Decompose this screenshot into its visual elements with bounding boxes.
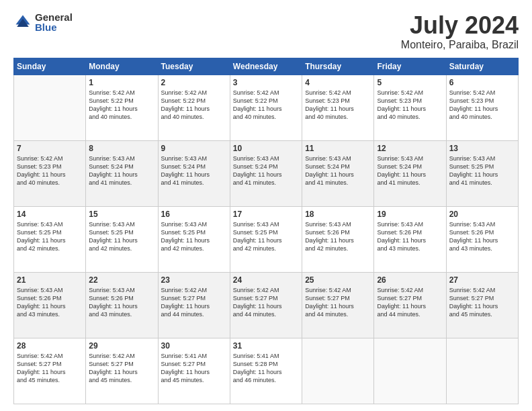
day-info: Sunrise: 5:43 AM Sunset: 5:25 PM Dayligh… [161,220,227,253]
day-number: 26 [377,275,443,285]
calendar-cell [374,338,446,404]
day-info: Sunrise: 5:43 AM Sunset: 5:25 PM Dayligh… [89,220,154,253]
title-block: July 2024 Monteiro, Paraiba, Brazil [401,12,519,51]
day-number: 22 [89,275,154,285]
calendar-header-wednesday: Wednesday [230,58,302,75]
calendar-week-row: 1Sunrise: 5:42 AM Sunset: 5:22 PM Daylig… [14,75,519,140]
calendar-cell: 17Sunrise: 5:43 AM Sunset: 5:25 PM Dayli… [230,206,302,272]
day-info: Sunrise: 5:43 AM Sunset: 5:26 PM Dayligh… [449,220,515,253]
location-title: Monteiro, Paraiba, Brazil [401,39,519,51]
day-info: Sunrise: 5:43 AM Sunset: 5:26 PM Dayligh… [305,220,371,253]
day-number: 14 [17,210,83,219]
day-number: 11 [305,144,371,153]
day-info: Sunrise: 5:42 AM Sunset: 5:22 PM Dayligh… [161,89,227,122]
calendar-header-row: SundayMondayTuesdayWednesdayThursdayFrid… [14,58,519,75]
calendar-cell: 11Sunrise: 5:43 AM Sunset: 5:24 PM Dayli… [302,140,374,206]
page: General Blue July 2024 Monteiro, Paraiba… [0,0,532,411]
calendar-cell: 6Sunrise: 5:42 AM Sunset: 5:23 PM Daylig… [446,75,518,140]
calendar-cell: 23Sunrise: 5:42 AM Sunset: 5:27 PM Dayli… [158,272,230,338]
calendar-table: SundayMondayTuesdayWednesdayThursdayFrid… [13,58,519,404]
calendar-cell [446,338,518,404]
day-number: 5 [377,78,443,87]
day-number: 30 [161,341,227,351]
day-info: Sunrise: 5:42 AM Sunset: 5:22 PM Dayligh… [233,89,299,122]
calendar-cell: 28Sunrise: 5:42 AM Sunset: 5:27 PM Dayli… [14,338,86,404]
day-number: 16 [161,210,227,219]
calendar-cell: 26Sunrise: 5:42 AM Sunset: 5:27 PM Dayli… [374,272,446,338]
day-info: Sunrise: 5:41 AM Sunset: 5:28 PM Dayligh… [233,352,299,385]
calendar-cell: 18Sunrise: 5:43 AM Sunset: 5:26 PM Dayli… [302,206,374,272]
day-number: 10 [233,144,299,153]
day-number: 28 [17,341,83,351]
calendar-cell: 29Sunrise: 5:42 AM Sunset: 5:27 PM Dayli… [86,338,158,404]
calendar-cell: 8Sunrise: 5:43 AM Sunset: 5:24 PM Daylig… [86,140,158,206]
header: General Blue July 2024 Monteiro, Paraiba… [13,12,519,51]
calendar-cell: 14Sunrise: 5:43 AM Sunset: 5:25 PM Dayli… [14,206,86,272]
calendar-header-saturday: Saturday [446,58,518,75]
day-info: Sunrise: 5:43 AM Sunset: 5:24 PM Dayligh… [161,154,227,187]
calendar-week-row: 7Sunrise: 5:42 AM Sunset: 5:23 PM Daylig… [14,140,519,206]
calendar-cell: 19Sunrise: 5:43 AM Sunset: 5:26 PM Dayli… [374,206,446,272]
day-number: 18 [305,210,371,219]
calendar-week-row: 28Sunrise: 5:42 AM Sunset: 5:27 PM Dayli… [14,338,519,404]
calendar-cell: 25Sunrise: 5:42 AM Sunset: 5:27 PM Dayli… [302,272,374,338]
calendar-header-tuesday: Tuesday [158,58,230,75]
day-info: Sunrise: 5:43 AM Sunset: 5:24 PM Dayligh… [89,154,154,187]
day-number: 8 [89,144,154,153]
day-info: Sunrise: 5:43 AM Sunset: 5:24 PM Dayligh… [233,154,299,187]
day-info: Sunrise: 5:42 AM Sunset: 5:27 PM Dayligh… [17,352,83,385]
calendar-week-row: 14Sunrise: 5:43 AM Sunset: 5:25 PM Dayli… [14,206,519,272]
calendar-cell: 12Sunrise: 5:43 AM Sunset: 5:24 PM Dayli… [374,140,446,206]
calendar-header-monday: Monday [86,58,158,75]
day-info: Sunrise: 5:43 AM Sunset: 5:25 PM Dayligh… [449,154,515,187]
calendar-header-sunday: Sunday [14,58,86,75]
calendar-cell: 16Sunrise: 5:43 AM Sunset: 5:25 PM Dayli… [158,206,230,272]
day-info: Sunrise: 5:43 AM Sunset: 5:25 PM Dayligh… [17,220,83,253]
calendar-cell: 21Sunrise: 5:43 AM Sunset: 5:26 PM Dayli… [14,272,86,338]
logo-icon [13,13,32,32]
day-number: 24 [233,275,299,285]
calendar-cell: 30Sunrise: 5:41 AM Sunset: 5:27 PM Dayli… [158,338,230,404]
day-number: 2 [161,78,227,87]
day-info: Sunrise: 5:42 AM Sunset: 5:27 PM Dayligh… [89,352,154,385]
calendar-cell: 5Sunrise: 5:42 AM Sunset: 5:23 PM Daylig… [374,75,446,140]
day-info: Sunrise: 5:42 AM Sunset: 5:23 PM Dayligh… [17,154,83,187]
calendar-cell: 20Sunrise: 5:43 AM Sunset: 5:26 PM Dayli… [446,206,518,272]
day-number: 31 [233,341,299,351]
calendar-cell: 22Sunrise: 5:43 AM Sunset: 5:26 PM Dayli… [86,272,158,338]
day-number: 6 [449,78,515,87]
calendar-cell: 3Sunrise: 5:42 AM Sunset: 5:22 PM Daylig… [230,75,302,140]
day-info: Sunrise: 5:43 AM Sunset: 5:26 PM Dayligh… [17,286,83,319]
calendar-cell: 1Sunrise: 5:42 AM Sunset: 5:22 PM Daylig… [86,75,158,140]
day-info: Sunrise: 5:42 AM Sunset: 5:23 PM Dayligh… [305,89,371,122]
day-info: Sunrise: 5:42 AM Sunset: 5:23 PM Dayligh… [449,89,515,122]
day-number: 25 [305,275,371,285]
day-info: Sunrise: 5:42 AM Sunset: 5:27 PM Dayligh… [161,286,227,319]
calendar-cell: 15Sunrise: 5:43 AM Sunset: 5:25 PM Dayli… [86,206,158,272]
day-number: 3 [233,78,299,87]
day-info: Sunrise: 5:42 AM Sunset: 5:27 PM Dayligh… [233,286,299,319]
logo: General Blue [13,12,73,32]
day-number: 9 [161,144,227,153]
calendar-cell: 10Sunrise: 5:43 AM Sunset: 5:24 PM Dayli… [230,140,302,206]
month-title: July 2024 [401,12,519,39]
day-number: 20 [449,210,515,219]
calendar-week-row: 21Sunrise: 5:43 AM Sunset: 5:26 PM Dayli… [14,272,519,338]
day-info: Sunrise: 5:43 AM Sunset: 5:26 PM Dayligh… [377,220,443,253]
day-number: 17 [233,210,299,219]
day-number: 27 [449,275,515,285]
day-info: Sunrise: 5:42 AM Sunset: 5:27 PM Dayligh… [377,286,443,319]
calendar-cell: 24Sunrise: 5:42 AM Sunset: 5:27 PM Dayli… [230,272,302,338]
day-number: 4 [305,78,371,87]
day-info: Sunrise: 5:43 AM Sunset: 5:24 PM Dayligh… [377,154,443,187]
calendar-cell [302,338,374,404]
day-number: 19 [377,210,443,219]
day-number: 29 [89,341,154,351]
calendar-cell [14,75,86,140]
day-number: 15 [89,210,154,219]
day-info: Sunrise: 5:42 AM Sunset: 5:22 PM Dayligh… [89,89,154,122]
logo-text: General Blue [35,12,73,32]
day-info: Sunrise: 5:43 AM Sunset: 5:26 PM Dayligh… [89,286,154,319]
day-number: 23 [161,275,227,285]
day-number: 13 [449,144,515,153]
